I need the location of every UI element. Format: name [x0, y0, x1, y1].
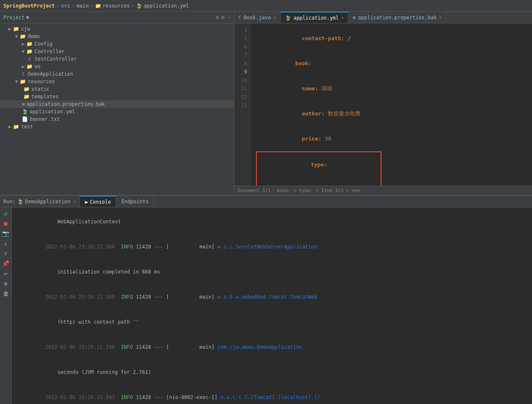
project-name[interactable]: SpringBootProject	[3, 3, 55, 9]
panel-title: Project ▼	[3, 15, 29, 20]
tab-label-application-yml: application.yml	[294, 15, 339, 21]
line-num-9: 9	[234, 68, 251, 76]
tree-item-cjw[interactable]: ▶ 📁 cjw	[0, 25, 234, 33]
console-line-2b: initialization completed in 660 ms	[15, 259, 529, 284]
line-num-13: 13	[234, 101, 251, 110]
close-run-tab[interactable]: ✕	[74, 199, 76, 204]
breadcrumb-src[interactable]: src	[61, 3, 70, 9]
status-sep-1: ›	[272, 188, 275, 193]
file-tree: ▶ 📁 cjw ▼ 📁 demo ▶ 📁 Config	[0, 23, 234, 195]
tab-application-properties-bak[interactable]: ≡ application.properties.bak ✕	[348, 12, 446, 23]
collapse-icon[interactable]: −	[227, 14, 230, 20]
java-c-icon: C	[28, 56, 31, 62]
restart-button[interactable]: ↺	[2, 209, 10, 217]
close-tab-app-bak[interactable]: ✕	[439, 15, 442, 20]
expand-icon: ▶	[8, 26, 11, 32]
console-toolbar: ↺ ■ 📷 ↓ ↑ 📌 ↩ ≡ 🗑	[0, 207, 12, 404]
scroll-down-button[interactable]: ↓	[2, 239, 10, 248]
expand-icon: ▶	[8, 124, 11, 130]
tabs-bar: C Book.java ✕ 🍃 application.yml ✕ ≡ appl…	[234, 12, 532, 23]
panel-icons: ⚙ ⊞ −	[216, 14, 230, 20]
bottom-tab-endpoints[interactable]: Endpoints	[116, 196, 154, 207]
tree-label-demo: demo	[28, 33, 40, 39]
tree-item-config[interactable]: ▶ 📁 Config	[0, 40, 234, 48]
tree-label-static: static	[31, 86, 49, 92]
close-tab-book-java[interactable]: ✕	[274, 15, 276, 20]
tree-item-controller[interactable]: ▼ 📁 Controller	[0, 48, 234, 55]
line-numbers: 4 5 6 7 8 9 10 11 12 13	[234, 23, 251, 186]
stop-button[interactable]: ■	[2, 219, 10, 228]
panel-header: Project ▼ ⚙ ⊞ −	[0, 12, 234, 23]
console-line-3b: (http) with context path ''	[15, 309, 529, 335]
tree-item-resources[interactable]: ▼ 📁 resources	[0, 78, 234, 85]
settings-icon[interactable]: ⚙	[216, 14, 219, 20]
txt-file-icon: 📄	[22, 116, 28, 122]
breadcrumb-sep-1: ›	[56, 3, 59, 9]
line-num-11: 11	[234, 84, 251, 93]
tree-item-test[interactable]: ▶ 📁 test	[0, 123, 234, 130]
tree-item-demo[interactable]: ▼ 📁 demo	[0, 33, 234, 40]
clear-button[interactable]: 🗑	[2, 289, 10, 298]
bottom-panel: Run: 🍃 DemoApplication ✕ ▶ Console Endpo…	[0, 195, 532, 404]
code-line-6: name: 嘻嘻	[256, 76, 527, 101]
breadcrumb-sep-3: ›	[90, 3, 93, 9]
tree-item-testcontroller[interactable]: C testController	[0, 55, 234, 63]
console-line-3: 2022-01-06 23:26:11.589 INFO 11428 --- […	[15, 284, 529, 309]
console-line-2: 2022-01-06 23:26:11.360 INFO 11428 --- […	[15, 234, 529, 259]
breadcrumb-main[interactable]: main	[77, 3, 89, 9]
status-path: book: > type: > Item 3/3 > eee	[277, 188, 360, 193]
console-output[interactable]: WebApplicationContext 2022-01-06 23:26:1…	[12, 207, 532, 404]
tree-label-app-yml: application.yml	[30, 109, 75, 115]
bottom-tab-console[interactable]: ▶ Console	[80, 196, 116, 207]
right-panel: C Book.java ✕ 🍃 application.yml ✕ ≡ appl…	[234, 12, 532, 195]
tree-item-static[interactable]: 📁 static	[0, 85, 234, 93]
expand-icon: ▼	[15, 79, 18, 84]
console-line-4b: seconds (JVM running for 2.761)	[15, 360, 529, 385]
expand-icon: ▶	[22, 64, 25, 69]
filter-button[interactable]: ≡	[2, 279, 10, 288]
folder-config-icon: 📁	[26, 41, 33, 47]
endpoints-tab-label: Endpoints	[121, 199, 148, 205]
line-num-10: 10	[234, 76, 251, 84]
line-num-7: 7	[234, 51, 251, 59]
code-line-10: - jun	[258, 177, 379, 186]
code-line-8: price: 30	[256, 126, 527, 151]
project-label: Project	[3, 15, 25, 20]
close-tab-application-yml[interactable]: ✕	[341, 15, 344, 20]
run-text: Run:	[3, 199, 15, 205]
pin-button[interactable]: 📌	[2, 259, 10, 268]
folder-resources-icon: 📁	[20, 79, 26, 84]
console-tab-label: Console	[90, 199, 111, 205]
tree-item-vo[interactable]: ▶ 📁 vo	[0, 63, 234, 70]
line-num-6: 6	[234, 43, 251, 51]
layout-icon[interactable]: ⊞	[221, 14, 225, 20]
tree-item-templates[interactable]: 📁 templates	[0, 93, 234, 100]
tab-book-java[interactable]: C Book.java ✕	[234, 12, 281, 23]
tree-label-banner-txt: banner.txt	[30, 116, 60, 122]
tree-label-demoapplication: DemoApplication	[28, 71, 73, 77]
yml-icon: 🍃	[136, 3, 142, 9]
yml-file-icon: 🍃	[22, 109, 28, 115]
tree-item-banner-txt[interactable]: 📄 banner.txt	[0, 115, 234, 123]
code-line-7: author: 数据量水电费	[256, 101, 527, 126]
tree-label-resources: resources	[28, 79, 55, 84]
java-tab-icon: C	[238, 15, 241, 20]
folder-controller-icon: 📁	[26, 49, 33, 54]
tree-item-app-properties-bak[interactable]: ≡ application.properties.bak	[0, 100, 234, 108]
line-num-12: 12	[234, 93, 251, 101]
tab-label-application-properties-bak: application.properties.bak	[358, 15, 437, 20]
bottom-tabs-bar: Run: 🍃 DemoApplication ✕ ▶ Console Endpo…	[0, 196, 532, 207]
scroll-up-button[interactable]: ↑	[2, 249, 10, 258]
folder-cjw-icon: 📁	[13, 26, 19, 32]
left-panel: Project ▼ ⚙ ⊞ − ▶ 📁 cjw	[0, 12, 234, 195]
tree-item-demoapplication[interactable]: C DemoApplication	[0, 70, 234, 78]
folder-test-icon: 📁	[13, 124, 19, 130]
run-app-name: DemoApplication	[25, 199, 70, 205]
wrap-button[interactable]: ↩	[2, 269, 10, 278]
camera-button[interactable]: 📷	[2, 229, 10, 238]
tab-label-book-java: Book.java	[244, 15, 271, 20]
dropdown-icon[interactable]: ▼	[26, 15, 29, 20]
code-editor[interactable]: context-path: / book: name: 嘻嘻 author: 数…	[251, 23, 532, 186]
tab-application-yml[interactable]: 🍃 application.yml ✕	[281, 12, 348, 23]
tree-item-app-yml[interactable]: 🍃 application.yml	[0, 108, 234, 115]
